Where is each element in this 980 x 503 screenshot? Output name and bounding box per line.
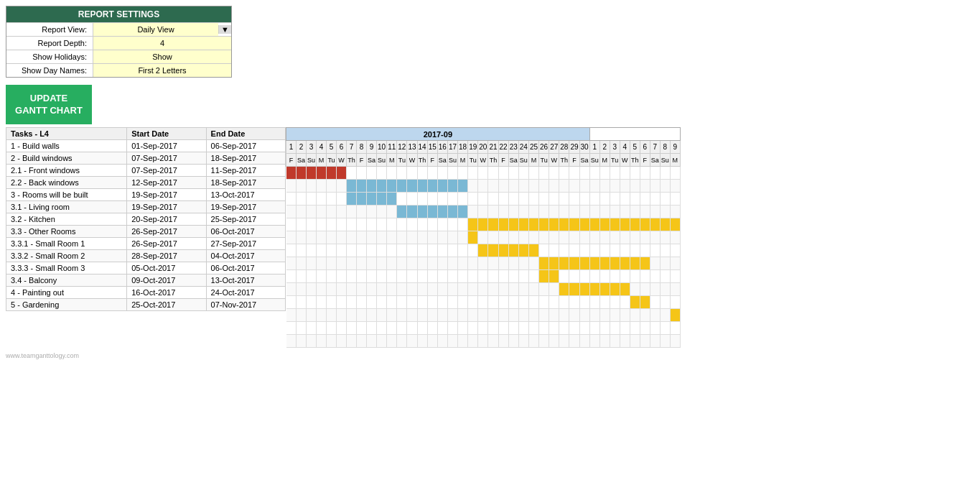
gantt-cell [630, 180, 640, 193]
gantt-day-num: 23 [508, 141, 518, 154]
gantt-day-name: Tu [397, 154, 407, 167]
gantt-cell [660, 218, 670, 231]
gantt-cell [478, 193, 488, 206]
gantt-cell [498, 167, 508, 180]
gantt-cell [620, 257, 630, 270]
gantt-cell [468, 283, 478, 296]
gantt-cell [427, 180, 437, 193]
gantt-cell [518, 244, 528, 257]
gantt-cell [660, 193, 670, 206]
task-name: 3 - Rooms will be built [6, 189, 127, 201]
gantt-cell [397, 257, 407, 270]
gantt-cell [327, 206, 337, 218]
gantt-cell [528, 231, 538, 244]
gantt-day-num: 10 [377, 141, 387, 154]
gantt-cell [508, 206, 518, 218]
gantt-cell [488, 296, 498, 309]
gantt-cell [478, 206, 488, 218]
gantt-cell [630, 270, 640, 283]
gantt-cell [417, 270, 427, 283]
gantt-cell [447, 244, 457, 257]
gantt-cell [630, 296, 640, 309]
gantt-cell [640, 180, 650, 193]
gantt-cell [458, 283, 468, 296]
gantt-cell [488, 218, 498, 231]
gantt-cell [620, 283, 630, 296]
gantt-cell [569, 335, 579, 348]
gantt-cell [447, 257, 457, 270]
report-view-label: Report View: [6, 23, 93, 36]
gantt-cell [437, 167, 447, 180]
report-view-value[interactable]: Daily View [93, 23, 218, 36]
update-gantt-button[interactable]: UPDATEGANTT CHART [6, 85, 92, 124]
task-start: 19-Sep-2017 [127, 201, 206, 213]
gantt-cell [539, 193, 549, 206]
gantt-cell [528, 296, 538, 309]
gantt-cell [317, 244, 327, 257]
gantt-cell [307, 335, 317, 348]
gantt-cell [630, 167, 640, 180]
gantt-row [286, 257, 681, 270]
task-end: 07-Nov-2017 [206, 299, 285, 311]
gantt-cell [539, 231, 549, 244]
gantt-cell [528, 270, 538, 283]
task-end: 18-Sep-2017 [206, 152, 285, 165]
gantt-cell [468, 167, 478, 180]
gantt-cell [620, 322, 630, 335]
gantt-cell [528, 193, 538, 206]
gantt-cell [407, 231, 417, 244]
gantt-cell [549, 167, 559, 180]
gantt-cell [327, 231, 337, 244]
report-depth-value[interactable]: 4 [93, 37, 231, 50]
gantt-cell [286, 180, 297, 193]
show-day-names-value[interactable]: First 2 Letters [93, 64, 231, 77]
gantt-month-sep: 2017-09 [286, 128, 590, 141]
gantt-cell [508, 309, 518, 322]
gantt-cell [589, 206, 599, 218]
task-row: 1 - Build walls 01-Sep-2017 06-Sep-2017 [6, 140, 286, 152]
gantt-cell [307, 296, 317, 309]
gantt-cell [498, 180, 508, 193]
gantt-day-name: M [599, 154, 610, 167]
gantt-day-num: 17 [447, 141, 457, 154]
gantt-cell [337, 257, 347, 270]
gantt-cell [286, 257, 297, 270]
gantt-cell [387, 218, 397, 231]
gantt-cell [307, 270, 317, 283]
gantt-cell [397, 322, 407, 335]
gantt-day-name: F [498, 154, 508, 167]
gantt-cell [297, 244, 307, 257]
gantt-cell [488, 270, 498, 283]
show-holidays-value[interactable]: Show [93, 50, 231, 63]
report-view-dropdown-arrow[interactable]: ▼ [218, 25, 231, 34]
task-col-header: Tasks - L4 [6, 128, 127, 140]
gantt-cell [417, 231, 427, 244]
gantt-cell [549, 231, 559, 244]
gantt-cell [508, 296, 518, 309]
gantt-cell [528, 322, 538, 335]
gantt-cell [610, 335, 620, 348]
gantt-cell [599, 206, 610, 218]
gantt-day-num: 4 [620, 141, 630, 154]
task-end: 06-Oct-2017 [206, 262, 285, 274]
gantt-cell [337, 218, 347, 231]
gantt-cell [397, 218, 407, 231]
gantt-cell [387, 257, 397, 270]
gantt-cell [508, 180, 518, 193]
gantt-row [286, 244, 681, 257]
gantt-cell [458, 244, 468, 257]
gantt-cell [417, 309, 427, 322]
gantt-cell [286, 193, 297, 206]
gantt-cell [357, 167, 367, 180]
gantt-cell [307, 231, 317, 244]
gantt-cell [549, 296, 559, 309]
gantt-cell [317, 167, 327, 180]
gantt-cell [397, 244, 407, 257]
gantt-cell [630, 257, 640, 270]
gantt-cell [589, 193, 599, 206]
gantt-cell [297, 193, 307, 206]
gantt-cell [327, 167, 337, 180]
gantt-cell [559, 180, 569, 193]
gantt-day-name: Su [377, 154, 387, 167]
gantt-cell [559, 335, 569, 348]
